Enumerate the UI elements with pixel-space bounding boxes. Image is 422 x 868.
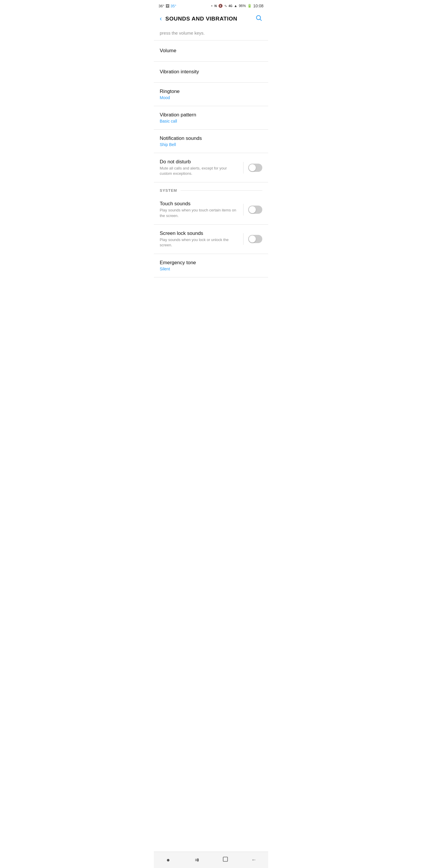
recent-apps-button[interactable]: ⇉ bbox=[188, 854, 205, 866]
bottom-nav: ● ⇉ ← bbox=[154, 851, 268, 868]
system-section-header: SYSTEM bbox=[154, 182, 268, 195]
settings-list: Volume Vibration intensity Ringtone Mood… bbox=[154, 40, 268, 182]
dnd-title: Do not disturb bbox=[160, 159, 238, 165]
app-bar: ‹ SOUNDS AND VIBRATION bbox=[154, 10, 268, 27]
nfc-icon: N bbox=[215, 4, 217, 8]
touch-sounds-title: Touch sounds bbox=[160, 201, 238, 207]
high-temp-label: 35° bbox=[170, 4, 176, 8]
status-left: 36° 🖼 35° bbox=[159, 4, 176, 8]
notification-sounds-subtitle: Ship Bell bbox=[160, 142, 262, 147]
vibration-intensity-title: Vibration intensity bbox=[160, 69, 262, 75]
back-nav-button[interactable]: ← bbox=[245, 854, 263, 866]
page-title: SOUNDS AND VIBRATION bbox=[165, 16, 253, 22]
svg-rect-2 bbox=[223, 857, 227, 862]
settings-item-screen-lock-sounds[interactable]: Screen lock sounds Play sounds when you … bbox=[154, 225, 268, 254]
vibration-pattern-title: Vibration pattern bbox=[160, 112, 262, 118]
wifi-icon: ∿ bbox=[224, 4, 227, 8]
time-label: 10:08 bbox=[253, 3, 263, 8]
screen-lock-divider bbox=[243, 233, 244, 245]
dnd-toggle[interactable] bbox=[248, 164, 262, 172]
status-right: ∘ N 🔇 ∿ 4G ▲ 96% 🔋 10:08 bbox=[211, 3, 263, 8]
battery-icon: 🔋 bbox=[247, 4, 252, 8]
back-button[interactable]: ‹ bbox=[157, 12, 164, 25]
touch-sounds-divider bbox=[243, 204, 244, 216]
ringtone-subtitle: Mood bbox=[160, 95, 262, 100]
settings-item-vibration-intensity[interactable]: Vibration intensity bbox=[154, 62, 268, 83]
system-settings-list: Touch sounds Play sounds when you touch … bbox=[154, 195, 268, 277]
svg-line-1 bbox=[260, 19, 261, 21]
network-label: 4G bbox=[229, 4, 232, 8]
dnd-divider bbox=[243, 162, 244, 174]
home-icon: ● bbox=[166, 857, 170, 863]
system-divider bbox=[181, 190, 262, 191]
search-button[interactable] bbox=[253, 12, 265, 26]
settings-item-volume[interactable]: Volume bbox=[154, 40, 268, 62]
settings-item-touch-sounds[interactable]: Touch sounds Play sounds when you touch … bbox=[154, 195, 268, 224]
status-bar: 36° 🖼 35° ∘ N 🔇 ∿ 4G ▲ 96% 🔋 10:08 bbox=[154, 0, 268, 10]
tasks-button[interactable] bbox=[217, 854, 234, 866]
ringtone-title: Ringtone bbox=[160, 89, 262, 94]
mute-icon: 🔇 bbox=[218, 4, 223, 8]
notification-sounds-title: Notification sounds bbox=[160, 135, 262, 141]
screen-lock-toggle[interactable] bbox=[248, 235, 262, 243]
home-button[interactable]: ● bbox=[159, 854, 177, 866]
settings-item-emergency-tone[interactable]: Emergency tone Silent bbox=[154, 254, 268, 277]
emergency-tone-subtitle: Silent bbox=[160, 267, 262, 271]
system-label: SYSTEM bbox=[160, 188, 177, 193]
touch-sounds-toggle[interactable] bbox=[248, 206, 262, 214]
volume-title: Volume bbox=[160, 48, 262, 54]
emergency-tone-title: Emergency tone bbox=[160, 260, 262, 266]
back-nav-icon: ← bbox=[251, 857, 256, 863]
top-description: press the volume keys. bbox=[154, 27, 268, 40]
battery-label: 96% bbox=[239, 4, 246, 8]
touch-sounds-desc: Play sounds when you touch certain items… bbox=[160, 208, 238, 218]
settings-item-ringtone[interactable]: Ringtone Mood bbox=[154, 83, 268, 106]
temperature-label: 36° bbox=[159, 4, 164, 8]
vibration-pattern-subtitle: Basic call bbox=[160, 119, 262, 123]
svg-point-0 bbox=[256, 16, 261, 20]
screen-lock-desc: Play sounds when you lock or unlock the … bbox=[160, 237, 238, 248]
settings-item-notification-sounds[interactable]: Notification sounds Ship Bell bbox=[154, 130, 268, 153]
recent-icon: ⇉ bbox=[195, 857, 199, 863]
dnd-desc: Mute all calls and alerts, except for yo… bbox=[160, 166, 238, 176]
tasks-icon bbox=[222, 856, 228, 864]
settings-item-do-not-disturb[interactable]: Do not disturb Mute all calls and alerts… bbox=[154, 153, 268, 182]
weather-icon: 🖼 bbox=[166, 4, 169, 8]
settings-item-vibration-pattern[interactable]: Vibration pattern Basic call bbox=[154, 106, 268, 130]
bluetooth-icon: ∘ bbox=[211, 4, 213, 8]
screen-lock-title: Screen lock sounds bbox=[160, 230, 238, 236]
signal-icon: ▲ bbox=[234, 4, 237, 8]
